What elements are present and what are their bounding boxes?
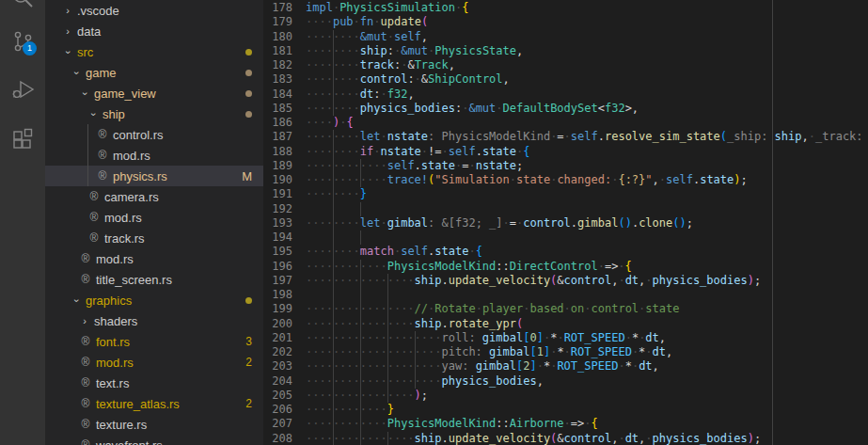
code-line-181[interactable]: 181········ship:·&mut·PhysicsState,: [263, 44, 868, 58]
tree-folder-game-view[interactable]: ›game_view: [45, 83, 263, 103]
line-number[interactable]: 183: [263, 72, 306, 87]
code-line-195[interactable]: 195········match·self.state·{: [263, 245, 868, 259]
line-number[interactable]: 184: [263, 87, 306, 102]
line-number[interactable]: 205: [263, 389, 306, 403]
line-number[interactable]: 190: [263, 173, 306, 187]
line-number[interactable]: 203: [263, 359, 306, 373]
code-line-183[interactable]: 183········control:·&ShipControl,: [263, 72, 868, 87]
indent-whitespace: ····: [306, 116, 333, 129]
code-line-180[interactable]: 180········&mut·self,: [263, 30, 868, 44]
whitespace-dot: ·: [468, 245, 475, 258]
chevron-right-icon[interactable]: ›: [61, 25, 74, 37]
code-line-189[interactable]: 189············self.state·=·nstate;: [263, 159, 868, 173]
tree-file-texture-rs[interactable]: ®texture.rs: [45, 414, 263, 435]
code-line-179[interactable]: 179····pub·fn·update(: [263, 15, 868, 29]
line-number[interactable]: 199: [263, 302, 306, 316]
line-number[interactable]: 179: [263, 15, 306, 29]
line-number[interactable]: 186: [263, 116, 306, 130]
line-number[interactable]: 196: [263, 260, 306, 274]
tree-folder-data[interactable]: ›data: [45, 21, 263, 41]
tree-file-wavefront-rs[interactable]: ®wavefront.rs: [45, 435, 263, 445]
tree-file-text-rs[interactable]: ®text.rs: [45, 373, 263, 393]
run-debug-icon[interactable]: [10, 77, 35, 102]
code-line-191[interactable]: 191········}: [263, 187, 868, 201]
line-number[interactable]: 200: [263, 317, 306, 331]
code-line-178[interactable]: 178impl·PhysicsSimulation·{: [263, 1, 868, 15]
tree-file-control-rs[interactable]: ®control.rs: [45, 124, 263, 145]
line-number[interactable]: 202: [263, 345, 306, 359]
tree-folder-src[interactable]: ›src: [45, 41, 263, 62]
code-line-201[interactable]: 201····················roll: gimbal[0]·*…: [263, 331, 868, 345]
chevron-down-icon[interactable]: ›: [71, 294, 83, 308]
code-line-203[interactable]: 203····················yaw: gimbal[2]·*·…: [263, 359, 868, 373]
line-number[interactable]: 197: [263, 274, 306, 288]
tree-folder--vscode[interactable]: ›.vscode: [45, 0, 263, 21]
tree-folder-graphics[interactable]: ›graphics: [45, 290, 263, 310]
line-number[interactable]: 178: [263, 1, 306, 15]
tree-file-texture-atlas-rs[interactable]: ®texture_atlas.rs2: [45, 393, 263, 414]
chevron-down-icon[interactable]: ›: [88, 108, 100, 121]
code-line-187[interactable]: 187········let·nstate: PhysicsModelKind·…: [263, 130, 868, 144]
indent-guide: [333, 245, 334, 259]
code-line-182[interactable]: 182········track:·&Track,: [263, 58, 868, 72]
line-number[interactable]: 187: [263, 130, 306, 144]
line-number[interactable]: 195: [263, 245, 306, 259]
line-number[interactable]: 192: [263, 202, 306, 216]
extensions-icon[interactable]: [10, 127, 35, 151]
tree-file-track-rs[interactable]: ®track.rs: [45, 228, 263, 248]
code-line-206[interactable]: 206············}: [263, 403, 868, 417]
code-line-204[interactable]: 204····················physics_bodies,: [263, 374, 868, 389]
tree-folder-game[interactable]: ›game: [45, 62, 263, 83]
chevron-right-icon[interactable]: ›: [78, 315, 91, 326]
line-number[interactable]: 185: [263, 102, 306, 116]
tree-file-physics-rs[interactable]: ®physics.rsM: [45, 166, 263, 186]
code-line-190[interactable]: 190············trace!("Simulation·state·…: [263, 173, 868, 187]
code-line-200[interactable]: 200················ship.rotate_ypr(: [263, 317, 868, 331]
code-line-202[interactable]: 202····················pitch: gimbal[1]·…: [263, 345, 868, 359]
line-number[interactable]: 189: [263, 159, 306, 173]
code-line-208[interactable]: 208················ship.update_velocity(…: [263, 432, 868, 445]
chevron-down-icon[interactable]: ›: [63, 46, 74, 59]
code-line-193[interactable]: 193········let·gimbal: &[f32; _]·=·contr…: [263, 216, 868, 230]
line-number[interactable]: 182: [263, 58, 306, 72]
code-line-192[interactable]: 192: [263, 202, 868, 216]
editor[interactable]: 178impl·PhysicsSimulation·{179····pub·fn…: [263, 0, 868, 445]
line-number[interactable]: 193: [263, 216, 306, 230]
code-line-185[interactable]: 185········physics_bodies:·&mut·DefaultB…: [263, 102, 868, 116]
tree-item-label: control.rs: [113, 128, 163, 142]
line-number[interactable]: 194: [263, 230, 306, 245]
search-icon[interactable]: [10, 0, 35, 9]
tree-file-mod-rs[interactable]: ®mod.rs: [45, 248, 263, 269]
line-number[interactable]: 208: [263, 432, 306, 445]
code-line-184[interactable]: 184········dt:·f32,: [263, 87, 868, 102]
code-line-198[interactable]: 198: [263, 288, 868, 302]
code-line-196[interactable]: 196············PhysicsModelKind::DirectC…: [263, 260, 868, 274]
line-number[interactable]: 207: [263, 417, 306, 431]
code-line-194[interactable]: 194: [263, 230, 868, 245]
line-number[interactable]: 204: [263, 374, 306, 389]
tree-folder-shaders[interactable]: ›shaders: [45, 310, 263, 331]
tree-file-mod-rs[interactable]: ®mod.rs2: [45, 352, 263, 373]
tree-file-camera-rs[interactable]: ®camera.rs: [45, 186, 263, 207]
line-number[interactable]: 191: [263, 187, 306, 201]
line-number[interactable]: 181: [263, 44, 306, 58]
code-line-199[interactable]: 199················//·Rotate·player·base…: [263, 302, 868, 316]
line-number[interactable]: 198: [263, 288, 306, 302]
code-line-197[interactable]: 197················ship.update_velocity(…: [263, 274, 868, 288]
line-number[interactable]: 188: [263, 145, 306, 159]
code-line-188[interactable]: 188········if·nstate·!=·self.state·{: [263, 145, 868, 159]
code-line-205[interactable]: 205················);: [263, 389, 868, 403]
line-number[interactable]: 180: [263, 30, 306, 44]
tree-file-mod-rs[interactable]: ®mod.rs: [45, 145, 263, 166]
tree-file-font-rs[interactable]: ®font.rs3: [45, 331, 263, 352]
code-line-207[interactable]: 207············PhysicsModelKind::Airborn…: [263, 417, 868, 431]
tree-file-title-screen-rs[interactable]: ®title_screen.rs: [45, 269, 263, 290]
tree-folder-ship[interactable]: ›ship: [45, 103, 263, 124]
code-line-186[interactable]: 186····)·{: [263, 116, 868, 130]
chevron-right-icon[interactable]: ›: [61, 5, 74, 16]
line-number[interactable]: 201: [263, 331, 306, 345]
chevron-down-icon[interactable]: ›: [80, 87, 91, 101]
line-number[interactable]: 206: [263, 403, 306, 417]
chevron-down-icon[interactable]: ›: [71, 67, 83, 80]
tree-file-mod-rs[interactable]: ®mod.rs: [45, 207, 263, 228]
